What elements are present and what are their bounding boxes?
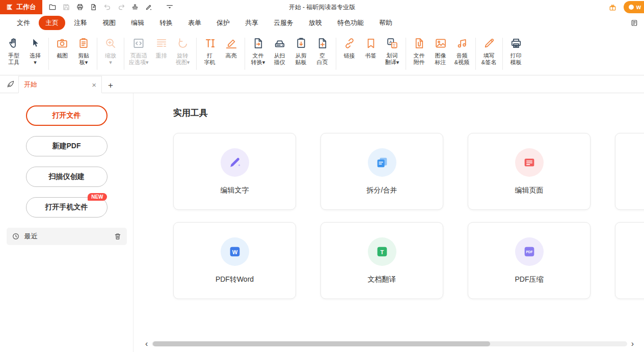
clock-icon [12, 232, 20, 240]
side-panel-icon[interactable] [629, 17, 640, 29]
menu-cloud[interactable]: 云服务 [267, 16, 300, 30]
ribbon-tool-label: 打印 模板 [511, 52, 522, 66]
menu-file[interactable]: 文件 [10, 16, 37, 30]
ribbon-tool-zoom[interactable]: 缩放 ▾ [100, 33, 121, 75]
ribbon-tool-file-attachment[interactable]: 文件 附件 [409, 33, 430, 75]
ribbon-tool-from-scanner[interactable]: 从扫 描仪 [269, 33, 290, 75]
ribbon-tool-image-annotation[interactable]: 图像 标注 [430, 33, 451, 75]
audio-video-icon [455, 35, 469, 51]
ribbon-tool-label: 填写 &签名 [481, 52, 496, 66]
scroll-left-icon[interactable]: ‹ [145, 340, 148, 348]
quick-access-toolbar [45, 1, 176, 13]
open-mobile-files-button[interactable]: 打开手机文件 NEW [26, 197, 108, 218]
svg-text:文: 文 [392, 43, 396, 47]
ribbon-separator [502, 38, 503, 70]
menu-form[interactable]: 表单 [181, 16, 208, 30]
menubar: 文件 主页 注释 视图 编辑 转换 表单 保护 共享 云服务 放映 特色功能 帮… [0, 14, 644, 32]
ribbon-tool-from-clipboard[interactable]: 从剪 贴板 [290, 33, 312, 75]
redo-icon[interactable] [114, 1, 128, 13]
link-icon [343, 35, 356, 51]
split-merge-icon [368, 148, 396, 177]
ribbon-tool-highlight[interactable]: 高亮 [221, 33, 242, 75]
menu-convert[interactable]: 转换 [153, 16, 179, 30]
tab-start[interactable]: 开始 × [18, 76, 102, 93]
ribbon-tool-select[interactable]: 选择 ▾ [24, 33, 46, 75]
save-icon[interactable] [59, 1, 73, 13]
ribbon-tool-clipboard[interactable]: 剪贴 板▾ [73, 33, 94, 75]
tool-card-partial[interactable] [615, 133, 644, 210]
export-icon[interactable] [87, 1, 100, 13]
open-file-button[interactable]: 打开文件 [26, 105, 108, 126]
ribbon-tool-label: 划词 翻译▾ [385, 52, 399, 66]
trash-icon[interactable] [114, 232, 122, 240]
tool-card-partial[interactable] [615, 222, 644, 299]
tool-card-edit-pages[interactable]: 编辑页面 [468, 133, 591, 210]
upgrade-button[interactable]: w [624, 1, 644, 13]
menu-help[interactable]: 帮助 [372, 16, 399, 30]
tool-card-label: PDF压缩 [515, 275, 544, 284]
ribbon-tool-rotate-view[interactable]: 旋转 视图▾ [172, 33, 194, 75]
open-folder-icon[interactable] [45, 1, 59, 13]
menu-protect[interactable]: 保护 [210, 16, 236, 30]
ribbon-tool-blank-page[interactable]: 空 白页 [312, 33, 333, 75]
menu-comment[interactable]: 注释 [67, 16, 94, 30]
ribbon-tool-print-template[interactable]: 打印 模板 [505, 33, 527, 75]
tool-card-edit-text[interactable]: 编辑文字 [173, 133, 296, 210]
scanner-create-button[interactable]: 扫描仪创建 [26, 167, 108, 187]
ribbon-tool-snapshot[interactable]: 截图 [51, 33, 73, 75]
ribbon-separator [124, 38, 124, 70]
menu-home[interactable]: 主页 [39, 16, 65, 30]
ribbon-tool-page-fit[interactable]: 页面适 应选项▾ [127, 33, 151, 75]
hand-tool-icon [7, 35, 20, 51]
tool-card-split-merge[interactable]: 拆分/合并 [320, 133, 443, 210]
tool-card-label: 编辑文字 [221, 186, 249, 195]
stamp-icon[interactable] [128, 1, 142, 13]
ribbon-tool-fill-sign[interactable]: 填写 &签名 [478, 33, 500, 75]
ribbon-tool-label: 文件 转换▾ [251, 52, 265, 66]
ribbon-tool-file-convert[interactable]: 文件 转换▾ [248, 33, 269, 75]
translate-icon: A文 [386, 35, 399, 51]
edit-pages-icon [515, 148, 544, 177]
ribbon-tool-label: 旋转 视图▾ [176, 52, 190, 66]
recent-files-row[interactable]: 最近 [7, 228, 127, 245]
ribbon-tool-label: 从扫 描仪 [274, 52, 285, 66]
tool-card-pdf-to-word[interactable]: W PDF转Word [173, 222, 296, 299]
annotation-pen-icon[interactable] [3, 76, 18, 92]
workspace-button[interactable]: 工作台 [0, 0, 42, 14]
ribbon-tool-link[interactable]: 链接 [339, 33, 360, 75]
print-icon[interactable] [73, 1, 87, 13]
menu-edit[interactable]: 编辑 [124, 16, 151, 30]
new-tab-button[interactable]: + [108, 81, 113, 90]
ribbon-tool-hand[interactable]: 手型 工具 [3, 33, 24, 75]
tool-card-doc-translate[interactable]: T 文档翻译 [320, 222, 443, 299]
menu-slideshow[interactable]: 放映 [302, 16, 329, 30]
ribbon-tool-label: 缩放 ▾ [105, 52, 116, 66]
svg-text:W: W [232, 249, 237, 255]
tool-card-pdf-compress[interactable]: PDF PDF压缩 [468, 222, 591, 299]
ribbon-tool-label: 重排 [156, 52, 167, 59]
pen-tools-icon[interactable] [142, 1, 155, 13]
ribbon-tool-bookmark[interactable]: 书签 [360, 33, 382, 75]
tab-close-icon[interactable]: × [92, 81, 96, 89]
menu-share[interactable]: 共享 [238, 16, 265, 30]
typewriter-icon [203, 35, 217, 51]
ribbon-tool-audio-video[interactable]: 音频 &视频 [451, 33, 473, 75]
new-pdf-button[interactable]: 新建PDF [26, 136, 108, 156]
open-mobile-files-label: 打开手机文件 [45, 203, 88, 212]
printer-icon [509, 35, 523, 51]
undo-icon[interactable] [100, 1, 114, 13]
attachment-icon [413, 35, 426, 51]
ribbon-tool-translate[interactable]: A文 划词 翻译▾ [382, 33, 403, 75]
menu-view[interactable]: 视图 [96, 16, 122, 30]
menu-features[interactable]: 特色功能 [331, 16, 370, 30]
new-pdf-label: 新建PDF [52, 142, 81, 151]
gift-icon[interactable] [606, 1, 620, 13]
scroll-right-icon[interactable]: › [631, 340, 634, 348]
ribbon-tool-label: 剪贴 板▾ [78, 52, 89, 66]
scrollbar-track[interactable] [152, 341, 627, 346]
scrollbar-thumb[interactable] [153, 341, 490, 346]
ribbon-tool-reflow[interactable]: 重排 [151, 33, 172, 75]
ribbon-tool-label: 链接 [344, 52, 355, 59]
ribbon-tool-typewriter[interactable]: 打 字机 [199, 33, 221, 75]
customize-toolbar-chevron-icon[interactable] [163, 1, 176, 13]
